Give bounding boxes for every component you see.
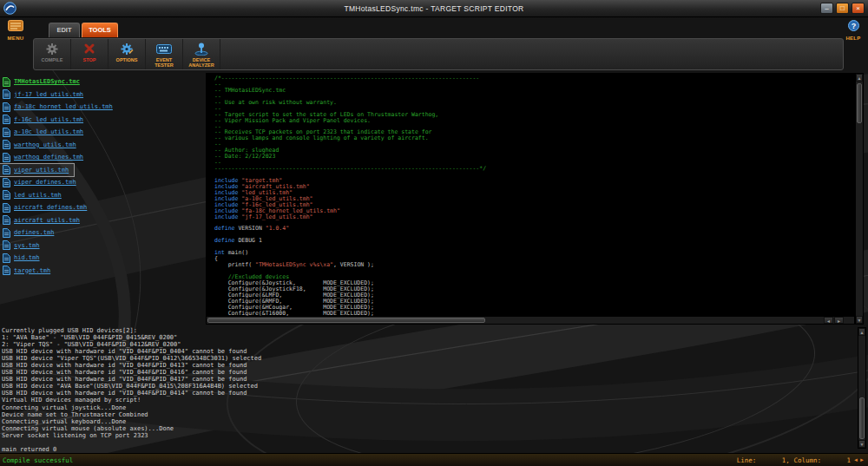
scroll-right-icon[interactable]: ► xyxy=(834,317,844,324)
compile-button[interactable]: COMPILE xyxy=(34,39,71,69)
svg-text:?: ? xyxy=(851,22,856,30)
code-line: ----------------------------------------… xyxy=(214,166,855,172)
scroll-left-icon[interactable]: ◄ xyxy=(824,317,833,324)
device-analyzer-label: DEVICE ANALYZER xyxy=(186,57,217,68)
file-list-item[interactable]: sys.tmh xyxy=(0,240,45,253)
tab-edit[interactable]: EDIT xyxy=(49,23,80,37)
code-line: -- Viper Mission Pack and Viper Panel de… xyxy=(214,118,855,124)
help-button[interactable]: ? HELP xyxy=(841,19,865,41)
file-name: led_utils.tmh xyxy=(14,192,62,199)
compile-status: Compile successful xyxy=(3,456,73,464)
file-name: TMHotasLEDSync.tmc xyxy=(14,78,80,85)
code-line: define VERSION "1.0.4" xyxy=(214,226,855,232)
status-bar: Compile successful Line: 1 , Column: 1 ◄… xyxy=(0,453,868,466)
code-line: -- TMHotasLEDSync.tmc xyxy=(214,88,855,94)
file-list-item[interactable]: warthog_defines.tmh xyxy=(0,151,89,164)
resize-grip-icon[interactable]: ◄► xyxy=(853,457,865,463)
console-vertical-scrollbar[interactable]: ▲ ▼ xyxy=(858,327,866,449)
code-line xyxy=(214,244,855,250)
file-name: defines.tmh xyxy=(14,229,54,236)
code-line: -- Use at own risk without warranty. xyxy=(214,100,855,106)
cursor-position: Line: 1 , Column: 1 xyxy=(737,456,851,464)
console-line: USB HID device with hardware id "VID_044… xyxy=(2,369,856,376)
code-line: include "target.tmh" xyxy=(214,178,855,184)
editor-hscroll-thumb[interactable] xyxy=(207,318,485,323)
code-line: -- xyxy=(214,82,855,88)
console-vscroll-thumb[interactable] xyxy=(859,397,865,439)
document-icon xyxy=(3,128,10,137)
console-line: USB HID device with hardware id "VID_044… xyxy=(2,362,856,369)
code-line xyxy=(214,232,855,238)
code-line: include "jf-17_led_utils.tmh" xyxy=(214,214,855,220)
document-icon xyxy=(3,153,10,162)
compile-label: COMPILE xyxy=(36,57,68,62)
device-analyzer-button[interactable]: DEVICE ANALYZER xyxy=(183,39,220,69)
editor-horizontal-scrollbar[interactable]: ◄ ► xyxy=(206,316,855,325)
file-name: aircraft_defines.tmh xyxy=(14,204,87,211)
file-list-item[interactable]: fa-18c_hornet_led_utils.tmh xyxy=(0,101,118,114)
editor-vscroll-thumb[interactable] xyxy=(857,83,862,123)
code-line: define DEBUG 1 xyxy=(214,238,855,244)
file-list-item[interactable]: TMHotasLEDSync.tmc xyxy=(0,75,85,89)
document-icon xyxy=(3,165,10,174)
code-line: -- various lamps and console lighting of… xyxy=(214,135,855,141)
menu-button[interactable]: MENU xyxy=(3,19,29,41)
scroll-up-icon[interactable]: ▲ xyxy=(858,328,865,336)
file-list-item[interactable]: aircraft_defines.tmh xyxy=(0,201,92,214)
maximize-button[interactable]: □ xyxy=(836,3,849,14)
document-icon xyxy=(3,102,10,112)
console-line: 2: "Viper TQS" - "USB\VID_044F&PID_0412&… xyxy=(2,341,856,348)
keyboard-icon xyxy=(156,42,172,56)
document-icon xyxy=(3,190,10,200)
options-gear-icon xyxy=(120,42,134,56)
file-name: viper_defines.tmh xyxy=(14,179,76,186)
title-bar: TMHotasLEDSync.tmc - TARGET SCRIPT EDITO… xyxy=(0,0,868,17)
file-list: TMHotasLEDSync.tmcjf-17_led_utils.tmhfa-… xyxy=(0,75,205,329)
file-list-item[interactable]: led_utils.tmh xyxy=(0,189,67,202)
document-icon xyxy=(3,228,10,238)
code-line xyxy=(214,268,855,274)
code-area: /*--------------------------------------… xyxy=(214,75,855,316)
file-name: sys.tmh xyxy=(14,242,40,249)
file-name: warthog_utils.tmh xyxy=(14,141,76,148)
document-icon xyxy=(3,77,10,87)
code-line: -- xyxy=(214,141,855,148)
options-button[interactable]: OPTIONS xyxy=(108,39,146,69)
event-tester-button[interactable]: EVENT TESTER xyxy=(146,39,183,69)
minimize-button[interactable]: – xyxy=(820,3,833,14)
file-list-item[interactable]: target.tmh xyxy=(0,265,56,278)
file-list-item[interactable]: viper_utils.tmh xyxy=(0,164,74,177)
file-list-item[interactable]: a-10c_led_utils.tmh xyxy=(0,126,89,139)
code-line: include "aircraft_utils.tmh" xyxy=(214,184,855,190)
editor-vertical-scrollbar[interactable]: ▲ ▼ xyxy=(855,73,864,325)
file-name: fa-18c_hornet_led_utils.tmh xyxy=(14,103,113,110)
file-name: f-16c_led_utils.tmh xyxy=(14,116,83,123)
document-icon xyxy=(3,215,10,225)
stop-button[interactable]: STOP xyxy=(71,39,108,69)
file-list-item[interactable]: f-16c_led_utils.tmh xyxy=(0,114,89,127)
file-list-item[interactable]: aircraft_utils.tmh xyxy=(0,214,85,227)
code-editor[interactable]: /*--------------------------------------… xyxy=(206,73,855,316)
file-list-item[interactable]: hid.tmh xyxy=(0,252,45,265)
code-line: int main() xyxy=(214,250,855,256)
code-line: /*--------------------------------------… xyxy=(214,75,855,82)
help-label: HELP xyxy=(841,36,865,41)
scroll-up-icon[interactable]: ▲ xyxy=(856,74,863,82)
stop-label: STOP xyxy=(74,57,105,62)
file-list-item[interactable]: warthog_utils.tmh xyxy=(0,139,82,152)
console-line xyxy=(2,439,856,446)
scroll-down-icon[interactable]: ▼ xyxy=(858,440,865,448)
code-line: printf( "TMHotasLEDSync v%s\xa", VERSION… xyxy=(214,262,855,268)
file-name: aircraft_utils.tmh xyxy=(14,217,80,224)
tab-tools[interactable]: TOOLS xyxy=(82,23,118,37)
file-list-item[interactable]: jf-17_led_utils.tmh xyxy=(0,89,89,102)
document-icon xyxy=(3,178,10,187)
document-icon xyxy=(3,266,10,275)
document-icon xyxy=(3,89,10,99)
joystick-icon xyxy=(194,42,208,56)
file-list-item[interactable]: defines.tmh xyxy=(0,226,59,240)
close-button[interactable]: × xyxy=(852,3,865,14)
file-list-item[interactable]: viper_defines.tmh xyxy=(0,176,82,189)
scroll-down-icon[interactable]: ▼ xyxy=(856,316,863,324)
console-output: Currently plugged USB HID devices[2]:1: … xyxy=(0,325,856,453)
